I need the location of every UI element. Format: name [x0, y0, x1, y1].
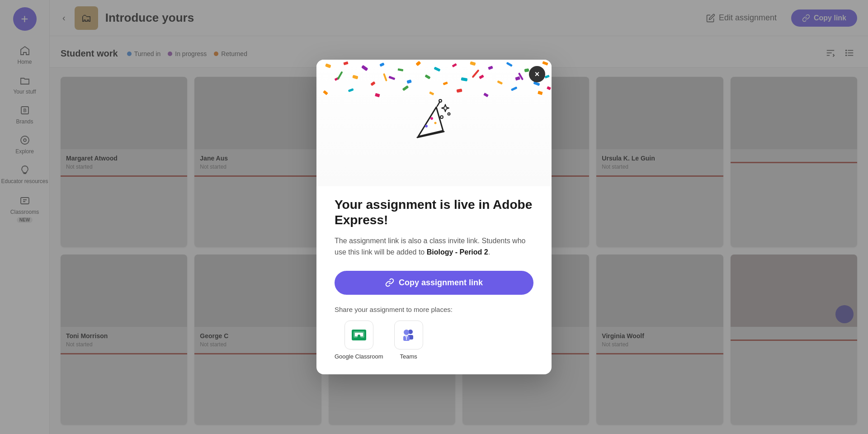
- svg-rect-30: [388, 76, 395, 80]
- modal-overlay: ×: [0, 0, 868, 434]
- teams-label: Teams: [400, 353, 417, 360]
- svg-rect-45: [483, 93, 489, 97]
- svg-rect-42: [402, 85, 409, 91]
- svg-rect-50: [337, 71, 343, 80]
- celebration-icon: [407, 96, 461, 150]
- svg-rect-46: [511, 87, 518, 91]
- modal-heading: Your assignment is live in Adobe Express…: [335, 197, 533, 227]
- teams-icon-img: T: [394, 321, 423, 349]
- svg-rect-67: [399, 325, 419, 345]
- modal-description: The assignment link is also a class invi…: [335, 235, 533, 258]
- svg-point-58: [425, 125, 428, 127]
- share-option-google-classroom[interactable]: Google Classroom: [335, 321, 383, 360]
- svg-rect-20: [434, 67, 440, 72]
- svg-point-55: [439, 99, 442, 102]
- svg-rect-52: [472, 70, 479, 78]
- copy-assignment-link-button[interactable]: Copy assignment link: [335, 271, 533, 295]
- confetti-area: [316, 60, 552, 186]
- svg-rect-22: [470, 61, 476, 66]
- svg-rect-39: [323, 90, 328, 95]
- svg-rect-34: [461, 77, 467, 81]
- link-icon-modal: [385, 278, 394, 287]
- svg-rect-19: [415, 61, 421, 66]
- svg-rect-17: [379, 62, 385, 67]
- svg-rect-14: [325, 63, 331, 68]
- description-suffix: .: [488, 248, 490, 256]
- svg-rect-43: [429, 91, 434, 95]
- google-classroom-icon: [344, 321, 373, 349]
- svg-rect-49: [547, 86, 551, 90]
- svg-rect-29: [370, 81, 376, 86]
- svg-rect-37: [515, 76, 520, 80]
- svg-point-60: [434, 122, 437, 124]
- svg-rect-18: [398, 68, 404, 71]
- svg-rect-24: [506, 62, 513, 67]
- svg-rect-47: [538, 91, 542, 95]
- app-container: + Home Your stuff B Brands Explore: [0, 0, 868, 434]
- svg-rect-23: [488, 66, 493, 70]
- svg-rect-66: [357, 337, 361, 339]
- google-classroom-label: Google Classroom: [335, 353, 383, 360]
- svg-rect-15: [343, 61, 348, 65]
- modal-dialog: ×: [316, 60, 552, 374]
- share-label: Share your assignment to more places:: [335, 306, 533, 313]
- svg-rect-26: [542, 61, 548, 66]
- svg-rect-35: [479, 75, 484, 79]
- svg-rect-36: [497, 80, 503, 85]
- svg-point-59: [430, 117, 433, 120]
- svg-point-70: [404, 330, 409, 335]
- svg-rect-25: [524, 68, 529, 72]
- share-option-teams[interactable]: T Teams: [394, 321, 423, 360]
- svg-rect-51: [383, 73, 387, 81]
- svg-rect-21: [452, 63, 457, 67]
- svg-rect-28: [352, 75, 358, 80]
- svg-rect-33: [443, 82, 448, 85]
- svg-text:T: T: [405, 336, 408, 341]
- svg-rect-16: [361, 65, 368, 71]
- svg-rect-44: [457, 89, 462, 93]
- svg-rect-41: [375, 93, 380, 97]
- class-name: Biology - Period 2: [427, 248, 488, 256]
- copy-assignment-link-label: Copy assignment link: [399, 278, 483, 288]
- svg-point-56: [440, 116, 443, 118]
- modal-body: Your assignment is live in Adobe Express…: [316, 186, 552, 374]
- svg-rect-32: [425, 75, 430, 80]
- svg-point-57: [448, 113, 450, 115]
- share-options: Google Classroom: [335, 321, 533, 360]
- svg-rect-48: [545, 75, 550, 79]
- svg-rect-40: [348, 88, 354, 92]
- svg-rect-31: [406, 80, 411, 84]
